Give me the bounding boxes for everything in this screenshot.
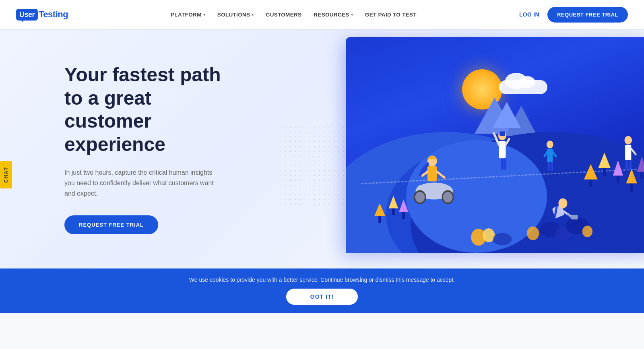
nav-links: PLATFORM ▾ SOLUTIONS ▾ CUSTOMERS RESOURC… <box>171 12 417 18</box>
nav-item-platform[interactable]: PLATFORM ▾ <box>171 12 205 18</box>
main-navigation: User Testing PLATFORM ▾ SOLUTIONS ▾ CUST… <box>0 0 644 29</box>
hero-request-trial-button[interactable]: REQUEST FREE TRIAL <box>64 215 158 234</box>
hero-illustration <box>279 29 644 268</box>
nav-item-resources[interactable]: RESOURCES ▾ <box>314 12 353 18</box>
chat-widget[interactable]: CHAT <box>0 161 12 188</box>
nav-link-resources[interactable]: RESOURCES ▾ <box>314 12 353 18</box>
laptop-frame <box>346 37 644 253</box>
chevron-down-icon: ▾ <box>252 12 254 17</box>
logo-testing-text: Testing <box>39 9 68 20</box>
laptop-screen <box>346 37 644 253</box>
cookie-banner: We use cookies to provide you with a bet… <box>0 268 644 313</box>
illustration-hill-4 <box>406 140 547 253</box>
logo[interactable]: User Testing <box>16 9 68 21</box>
illustration-container <box>279 29 644 268</box>
nav-link-platform[interactable]: PLATFORM ▾ <box>171 12 205 18</box>
illustration-cloud <box>499 80 547 94</box>
chevron-down-icon: ▾ <box>203 12 205 17</box>
nav-item-get-paid[interactable]: GET PAID TO TEST <box>365 12 417 18</box>
nav-link-customers[interactable]: CUSTOMERS <box>266 12 302 18</box>
hero-title: Your fastest path to a great customer ex… <box>64 63 242 156</box>
hero-subtitle: In just two hours, capture the critical … <box>64 167 217 199</box>
nav-request-trial-button[interactable]: REQUEST FREE TRIAL <box>547 7 628 23</box>
chevron-down-icon: ▾ <box>351 12 353 17</box>
nav-actions: LOG IN REQUEST FREE TRIAL <box>519 7 628 23</box>
cookie-text: We use cookies to provide you with a bet… <box>16 277 628 283</box>
nav-link-solutions[interactable]: SOLUTIONS ▾ <box>217 12 254 18</box>
cookie-accept-button[interactable]: GOT IT! <box>286 289 358 305</box>
svg-point-36 <box>625 136 632 145</box>
illustration-mountain-3 <box>493 102 521 128</box>
logo-user-text: User <box>16 9 38 21</box>
login-link[interactable]: LOG IN <box>519 11 539 18</box>
hero-section: Your fastest path to a great customer ex… <box>0 29 644 268</box>
nav-link-get-paid[interactable]: GET PAID TO TEST <box>365 12 417 18</box>
hero-content: Your fastest path to a great customer ex… <box>0 31 274 266</box>
nav-item-solutions[interactable]: SOLUTIONS ▾ <box>217 12 254 18</box>
nav-item-customers[interactable]: CUSTOMERS <box>266 12 302 18</box>
